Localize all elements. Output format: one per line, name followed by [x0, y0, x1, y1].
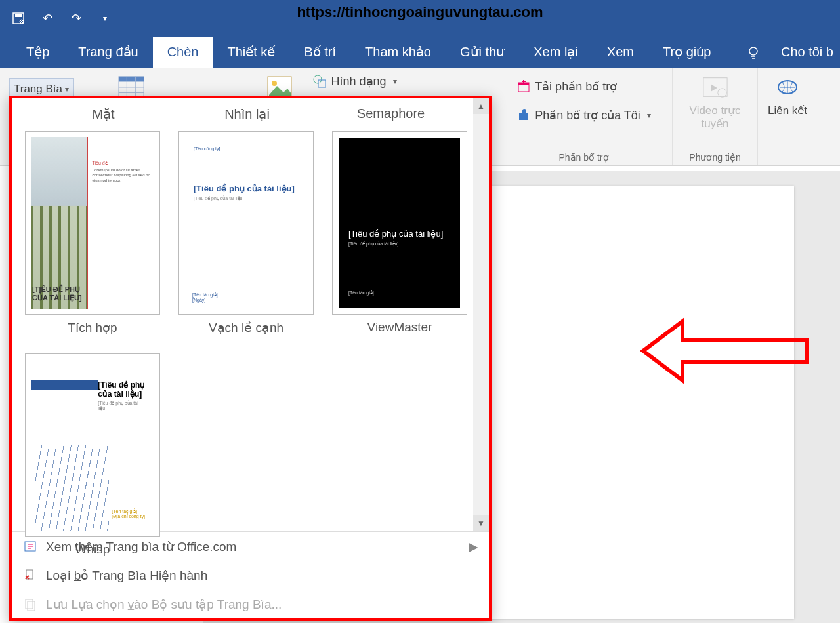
save-icon[interactable] [7, 7, 30, 30]
watermark-url: https://tinhocngoainguvungtau.com [297, 4, 543, 21]
my-addins-label: Phần bổ trợ của Tôi [535, 108, 640, 123]
tab-home[interactable]: Trang đầu [64, 36, 152, 68]
shapes-icon [312, 74, 327, 89]
svg-rect-13 [318, 80, 326, 87]
qat-customize-icon[interactable]: ▾ [93, 7, 117, 30]
tell-me-input[interactable]: Cho tôi b [766, 37, 833, 68]
shapes-button[interactable]: Hình dạng [307, 71, 402, 91]
online-video-label: Video trực tuyến [686, 104, 745, 131]
tab-mailings[interactable]: Gửi thư [446, 36, 519, 68]
links-button[interactable]: Liên kết [758, 71, 817, 117]
tab-review[interactable]: Xem lại [519, 36, 593, 68]
title-bar: ↶ ↷ ▾ https://tinhocngoainguvungtau.com [0, 0, 840, 36]
undo-icon[interactable]: ↶ [35, 7, 59, 30]
annotation-arrow-icon [637, 315, 814, 387]
svg-rect-5 [118, 77, 143, 82]
thumb-subtitle: [TIÊU ĐỀ PHỤ CỦA TÀI LIỆU] [32, 285, 91, 302]
lightbulb-icon [740, 45, 766, 60]
cover-item-vachlecanh[interactable]: [Tên công ty] [Tiêu đề phụ của tài liệu]… [178, 131, 314, 335]
cover-item-tichhop[interactable]: Tiêu đề Lorem ipsum dolor sit amet conse… [25, 131, 160, 335]
tab-file[interactable]: Tệp [12, 36, 64, 68]
addins-icon [516, 108, 531, 123]
link-icon [774, 74, 801, 100]
remove-page-icon [22, 567, 38, 583]
tab-layout[interactable]: Bố trí [289, 36, 350, 68]
tab-references[interactable]: Tham khảo [350, 36, 446, 68]
cover-item-whisp[interactable]: [Tiêu đề phụ của tài liệu] [Tiêu đề phụ … [25, 353, 160, 557]
ribbon-tabs: Tệp Trang đầu Chèn Thiết kế Bố trí Tham … [0, 36, 840, 68]
get-addins-button[interactable]: Tải phần bổ trợ [511, 77, 622, 96]
tab-view[interactable]: Xem [593, 37, 648, 68]
gallery-scrollbar[interactable]: ▲ ▼ [473, 98, 489, 531]
gallery-header: Mặt [32, 106, 175, 122]
cover-thumb: [Tên công ty] [Tiêu đề phụ của tài liệu]… [178, 131, 314, 315]
save-gallery-icon [22, 596, 38, 612]
cover-page-gallery: Mặt Nhìn lại Semaphore Tiêu đề Lorem ips… [9, 96, 492, 621]
links-label: Liên kết [768, 104, 807, 117]
redo-icon[interactable]: ↷ [64, 7, 88, 30]
cover-label: Vạch lề cạnh [209, 320, 284, 335]
chevron-right-icon: ▶ [469, 539, 478, 554]
cover-thumb: Tiêu đề Lorem ipsum dolor sit amet conse… [25, 131, 160, 315]
svg-rect-25 [28, 601, 35, 611]
thumb-subtitle: [Tiêu đề phụ của tài liệu] [348, 229, 451, 239]
scroll-down-icon[interactable]: ▼ [473, 515, 489, 531]
thumb-subtitle: [Tiêu đề phụ của tài liệu] [194, 184, 299, 193]
remove-cover-menuitem[interactable]: Loại bỏ Trang Bìa Hiện hành [12, 561, 489, 590]
svg-rect-18 [518, 83, 529, 85]
online-video-button: Video trực tuyến [686, 71, 745, 131]
video-icon [702, 74, 728, 100]
svg-point-20 [717, 89, 726, 97]
save-selection-label: Lưu Lựa chọn vào Bộ sưu tập Trang Bìa... [46, 597, 282, 612]
svg-point-11 [272, 81, 277, 86]
tab-design[interactable]: Thiết kế [213, 36, 289, 68]
scroll-up-icon[interactable]: ▲ [473, 98, 489, 114]
cover-label: Tích hợp [68, 320, 117, 335]
cover-thumb: [Tiêu đề phụ của tài liệu] [Tiêu đề phụ … [25, 353, 160, 537]
svg-point-3 [749, 47, 757, 55]
cover-label: Whisp [75, 542, 110, 557]
cover-thumb: [Tiêu đề phụ của tài liệu] [Tiêu đề phụ … [332, 131, 467, 315]
remove-cover-label: Loại bỏ Trang Bìa Hiện hành [46, 568, 207, 583]
my-addins-button[interactable]: Phần bổ trợ của Tôi [511, 106, 656, 125]
shapes-label: Hình dạng [331, 74, 386, 89]
gallery-header: Semaphore [319, 106, 463, 122]
tab-help[interactable]: Trợ giúp [648, 36, 726, 68]
tab-insert[interactable]: Chèn [153, 37, 213, 68]
save-selection-menuitem: Lưu Lựa chọn vào Bộ sưu tập Trang Bìa... [12, 590, 489, 618]
addins-group-label: Phần bổ trợ [558, 150, 608, 163]
svg-rect-24 [26, 599, 33, 609]
store-icon [516, 79, 531, 94]
get-addins-label: Tải phần bổ trợ [535, 79, 617, 94]
cover-item-viewmaster[interactable]: [Tiêu đề phụ của tài liệu] [Tiêu đề phụ … [332, 131, 467, 335]
thumb-subtitle: [Tiêu đề phụ của tài liệu] [98, 380, 146, 399]
svg-rect-1 [15, 14, 22, 17]
gallery-header: Nhìn lại [175, 106, 319, 122]
cover-label: ViewMaster [368, 320, 432, 334]
svg-point-12 [314, 75, 322, 83]
media-group-label: Phương tiện [689, 150, 740, 163]
